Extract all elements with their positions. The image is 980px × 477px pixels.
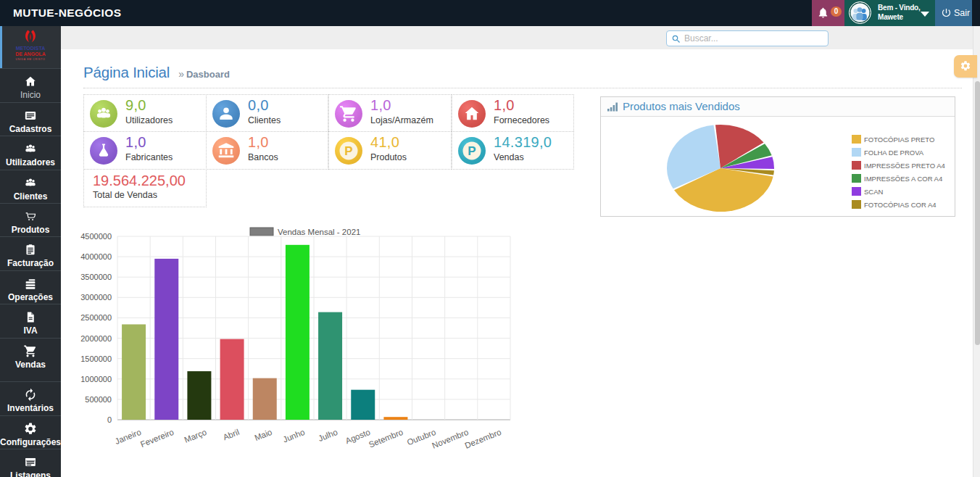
stat-value: 1,0 [494,97,515,114]
users-icon [0,142,61,156]
cart-filled-icon [0,344,61,358]
sidebar-item-clientes[interactable]: Clientes [0,170,61,204]
cart-icon [335,100,362,128]
breadcrumb-item: Dasboard [186,69,230,80]
sidebar-item-label: Utilizadores [0,157,61,167]
active-indicator [0,26,2,68]
search-input[interactable] [684,32,822,45]
stat-label: Vendas [494,152,524,162]
stat-box-clientes: 0,0Clientes [206,94,328,133]
pie-legend-swatch [852,200,861,209]
stat-value: 1,0 [370,97,391,114]
y-tick-label: 2000000 [80,334,112,343]
sidebar-item-label: Configurações [0,437,61,447]
notifications-button[interactable]: 0 [812,0,844,26]
pie-legend-swatch [852,187,861,196]
svg-text:P: P [344,144,352,158]
stat-box-utilizadores: 9,0Utilizadores [83,94,207,133]
stat-box-total-de-vendas: 19.564.225,00Total de Vendas [83,169,207,207]
sidebar-item-utilizadores[interactable]: Utilizadores [0,136,61,170]
sidebar-item-label: Clientes [0,191,61,202]
flask-icon [90,137,117,165]
stat-value: 1,0 [248,134,269,151]
breadcrumb: »Dasboard [178,68,230,80]
pie-legend-label: FOTOCÓPIAS COR A4 [864,201,937,209]
stat-label: Fabricantes [125,152,173,162]
pie-legend-label: IMPRESSÕES PRETO A4 [864,162,945,170]
users-icon [90,100,117,128]
sidebar-item-label: Produtos [0,225,61,235]
sidebar-item-listagens[interactable]: Listagens [0,449,61,477]
logout-label: Sair [954,0,970,26]
bar-fevereiro [154,259,178,420]
page-title: Página Inicial [83,64,170,81]
sidebar-item-configuracoes[interactable]: Configurações [0,416,61,449]
home-icon [0,75,61,88]
logo-metodista-icon: METODISTA DE ANGOLA UNIDA EM CRISTO [7,29,54,67]
bar-julho [318,312,342,420]
y-tick-label: 500000 [85,395,112,404]
legend-label: Vendas Mensal - 2021 [278,228,360,236]
users-icon [0,176,61,190]
y-tick-label: 3000000 [80,293,112,302]
bar-março [187,371,211,420]
topbar-right-group: 0 Bem - Vindo, Mawete Sair [812,0,972,26]
sidebar-item-label: Operações [0,292,61,302]
stat-label: Produtos [370,152,407,162]
top-products-panel: Produtos mais Vendidos FOTOCÓPIAS PRETOF… [600,96,955,217]
sidebar-item-produtos[interactable]: Produtos [0,204,61,237]
stat-label: Utilizadores [125,115,173,125]
sidebar-item-label: Listagens [0,470,61,477]
breadcrumb-separator: » [178,68,184,80]
settings-handle-button[interactable] [954,55,977,78]
x-tick-label: Julho [317,428,339,443]
sidebar-item-operacoes[interactable]: Operações [0,271,61,304]
top-navbar: MUTUE-NEGÓCIOS 0 Bem - Vindo, Mawete [0,0,980,26]
search-box [666,30,829,46]
x-tick-label: Dezembro [463,428,502,450]
p-badge-icon: P [458,137,486,165]
stat-label: Total de Vendas [93,190,157,200]
stat-value: 41,0 [370,134,399,151]
svg-text:UNIDA EM CRISTO: UNIDA EM CRISTO [16,58,46,61]
rows-icon [0,277,61,291]
x-tick-label: Setembro [368,428,404,449]
y-tick-label: 2500000 [80,313,112,322]
x-tick-label: Março [183,428,208,444]
stat-value: 1,0 [125,134,146,151]
stat-box-fabricantes: 1,0Fabricantes [83,131,207,170]
sidebar-item-vendas[interactable]: Vendas [0,339,61,382]
stat-label: Fornecedores [494,115,549,125]
sidebar-item-iva[interactable]: IVA [0,304,61,339]
search-icon [671,34,681,44]
home-icon [458,100,486,128]
app-title: MUTUE-NEGÓCIOS [13,0,121,26]
stat-box-vendas: P14.319,0Vendas [452,131,574,170]
sidebar-item-cadastros[interactable]: Cadastros [0,103,61,136]
sidebar-logo[interactable]: METODISTA DE ANGOLA UNIDA EM CRISTO [0,26,61,69]
svg-text:DE ANGOLA: DE ANGOLA [15,51,46,57]
gear-icon [960,60,971,72]
sidebar: METODISTA DE ANGOLA UNIDA EM CRISTO Inic… [0,26,61,477]
x-tick-label: Novembro [431,428,470,450]
x-tick-label: Fevereiro [139,428,175,449]
sidebar-item-facturacao[interactable]: Facturação [0,237,61,271]
user-menu[interactable]: Bem - Vindo, Mawete [844,0,935,26]
y-tick-label: 4000000 [80,252,112,261]
list-icon [0,455,61,469]
vertical-scrollbar[interactable] [973,26,980,477]
pie-legend-label: FOTOCÓPIAS PRETO [864,136,934,144]
pie-legend-swatch [852,161,861,170]
gear-icon [0,422,61,436]
y-tick-label: 1500000 [80,354,112,363]
scrollbar-thumb[interactable] [975,81,980,345]
toolbar-strip [61,26,973,49]
stat-value: 14.319,0 [494,134,552,151]
sidebar-item-inicio[interactable]: Inicio [0,69,61,103]
stat-label: Bancos [248,152,278,162]
sidebar-item-inventarios[interactable]: Inventários [0,382,61,416]
power-icon [941,7,952,18]
stat-box-bancos: 1,0Bancos [206,131,328,170]
stat-value: 0,0 [248,97,269,114]
logout-button[interactable]: Sair [935,0,972,26]
